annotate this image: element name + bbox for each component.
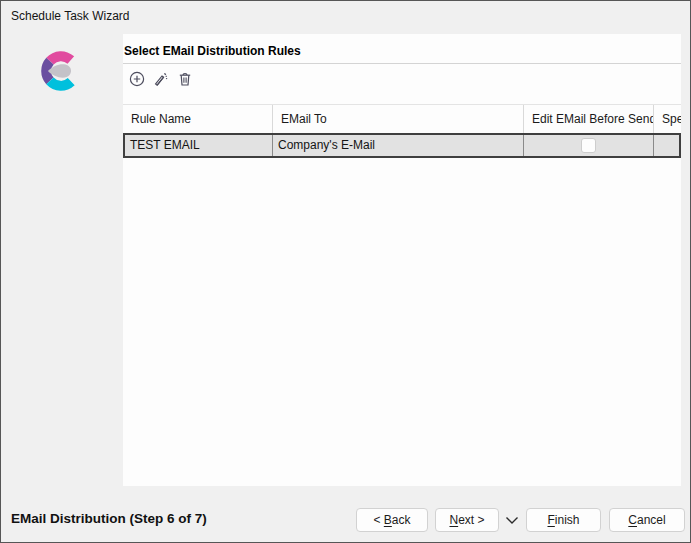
column-header-edit-email-before-send[interactable]: Edit EMail Before Send — [524, 105, 654, 133]
finish-label-rest: inish — [555, 513, 580, 527]
heading-separator — [123, 63, 681, 64]
cell-special — [654, 135, 679, 156]
rules-toolbar — [128, 72, 193, 89]
table-row[interactable]: TEST EMAIL Company's E-Mail — [123, 133, 681, 158]
column-header-email-to[interactable]: EMail To — [273, 105, 524, 133]
next-label-rest: ext > — [458, 513, 484, 527]
edit-rule-button[interactable] — [152, 72, 169, 89]
app-logo-icon — [36, 45, 89, 97]
schedule-task-wizard-window: Schedule Task Wizard Select EMail Distri… — [0, 0, 691, 543]
next-menu-button[interactable] — [504, 508, 520, 532]
footer-bar: EMail Distribution (Step 6 of 7) < Back … — [1, 486, 690, 542]
next-button[interactable]: Next > — [435, 508, 499, 532]
window-title: Schedule Task Wizard — [11, 9, 130, 23]
back-label-pre: < — [373, 513, 383, 527]
step-label: EMail Distribution (Step 6 of 7) — [11, 511, 207, 526]
cell-email-to: Company's E-Mail — [273, 135, 524, 156]
title-bar: Schedule Task Wizard — [1, 1, 690, 33]
rules-table: Rule Name EMail To Edit EMail Before Sen… — [123, 104, 681, 158]
finish-button[interactable]: Finish — [526, 508, 601, 532]
back-label-mnemonic: B — [384, 513, 392, 527]
rules-table-header: Rule Name EMail To Edit EMail Before Sen… — [123, 105, 681, 133]
cancel-label-mnemonic: C — [628, 513, 637, 527]
finish-label-mnemonic: F — [547, 513, 554, 527]
cancel-button[interactable]: Cancel — [609, 508, 685, 532]
magic-wand-icon — [153, 71, 169, 90]
page-heading: Select EMail Distribution Rules — [124, 44, 301, 58]
plus-circle-icon — [129, 71, 145, 90]
column-header-rule-name[interactable]: Rule Name — [123, 105, 273, 133]
back-button[interactable]: < Back — [356, 508, 428, 532]
back-label-rest: ack — [392, 513, 411, 527]
trash-icon — [177, 71, 193, 90]
cell-rule-name: TEST EMAIL — [125, 135, 273, 156]
column-header-special[interactable]: Spe — [654, 105, 681, 133]
add-rule-button[interactable] — [128, 72, 145, 89]
cell-edit-email-before-send — [524, 135, 654, 156]
delete-rule-button[interactable] — [176, 72, 193, 89]
chevron-down-icon — [505, 513, 519, 528]
edit-email-before-send-checkbox[interactable] — [581, 138, 596, 153]
next-label-mnemonic: N — [449, 513, 458, 527]
cancel-label-rest: ancel — [637, 513, 666, 527]
wizard-page-panel: Select EMail Distribution Rules — [123, 34, 681, 486]
